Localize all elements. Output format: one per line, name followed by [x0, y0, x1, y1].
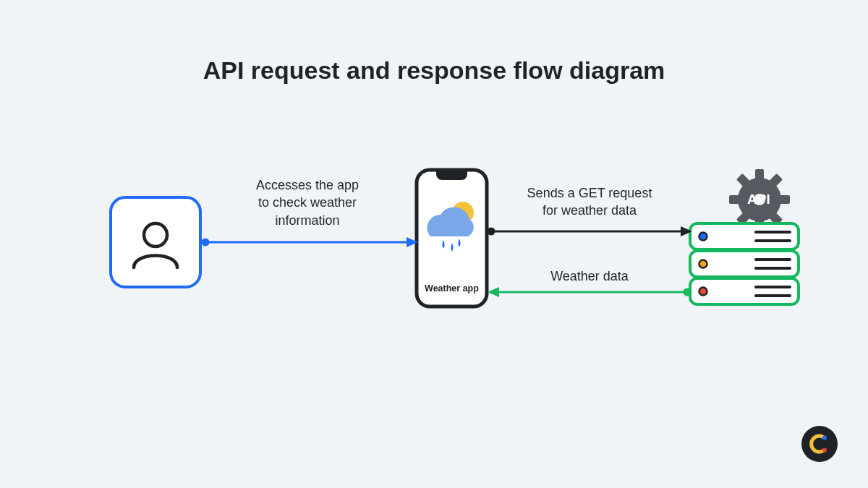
- diagram-title: API request and response flow diagram: [0, 56, 868, 85]
- app-node: Weather app: [414, 168, 489, 309]
- label-app-to-server: Sends a GET request for weather data: [499, 184, 680, 220]
- svg-marker-34: [488, 287, 499, 297]
- svg-marker-28: [407, 237, 418, 247]
- c-logo-icon: [809, 433, 830, 455]
- brand-logo: [801, 426, 838, 462]
- svg-rect-8: [780, 195, 790, 204]
- svg-rect-5: [755, 169, 764, 179]
- arrow-user-to-app: [201, 233, 418, 252]
- arrow-server-to-app: [488, 283, 692, 301]
- server-node: API: [687, 169, 803, 314]
- svg-point-17: [699, 233, 707, 241]
- label-server-to-app: Weather data: [499, 267, 680, 285]
- diagram-stage: API request and response flow diagram: [0, 0, 868, 488]
- app-caption: Weather app: [414, 283, 489, 294]
- api-label: API: [747, 192, 770, 207]
- label-user-to-app: Accesses the app to check weather inform…: [217, 176, 398, 229]
- svg-point-36: [822, 448, 827, 453]
- svg-marker-31: [681, 226, 692, 236]
- user-node: [109, 195, 203, 289]
- svg-point-19: [699, 288, 707, 296]
- svg-point-18: [699, 260, 707, 268]
- svg-rect-7: [729, 195, 739, 204]
- arrow-app-to-server: [487, 222, 692, 241]
- svg-rect-0: [111, 197, 200, 287]
- svg-point-35: [822, 436, 827, 440]
